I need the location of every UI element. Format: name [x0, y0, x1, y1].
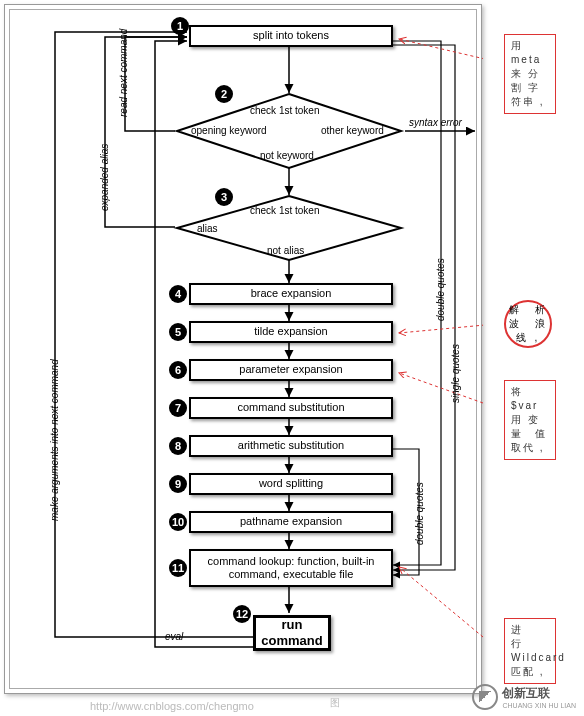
- decision-2-other: other keyword: [321, 125, 384, 136]
- watermark-url: http://www.cnblogs.com/chengmo: [90, 700, 254, 712]
- step-badge-1: 1: [171, 17, 189, 35]
- logo-icon: [472, 684, 498, 710]
- step-badge-2: 2: [215, 85, 233, 103]
- logo-subtext: CHUANG XIN HU LIAN: [502, 702, 576, 709]
- step-12-box: run command: [253, 615, 331, 651]
- decision-2-opening: opening keyword: [191, 125, 267, 136]
- step-10-box: pathname expansion: [189, 511, 393, 533]
- step-badge-7: 7: [169, 399, 187, 417]
- decision-3-label: check 1st token: [250, 205, 319, 216]
- step-7-box: command substitution: [189, 397, 393, 419]
- step-1-box: split into tokens: [189, 25, 393, 47]
- step-6-box: parameter expansion: [189, 359, 393, 381]
- eval-label: eval: [165, 631, 183, 642]
- step-5-box: tilde expansion: [189, 321, 393, 343]
- annotation-2: 解 析 波 浪 线 ,: [504, 300, 552, 348]
- svg-line-15: [399, 567, 483, 637]
- decision-2-label: check 1st token: [250, 105, 319, 116]
- step-11-box: command lookup: function, built-in comma…: [189, 549, 393, 587]
- logo: 创新互联 CHUANG XIN HU LIAN: [472, 684, 576, 710]
- expanded-alias-label: expanded alias: [99, 144, 110, 211]
- annotation-4: 进 行 Wildcard 匹配 ,: [504, 618, 556, 684]
- step-badge-8: 8: [169, 437, 187, 455]
- diagram-frame-outer: split into tokens 1 check 1st token open…: [4, 4, 482, 694]
- step-badge-3: 3: [215, 188, 233, 206]
- step-9-box: word splitting: [189, 473, 393, 495]
- step-4-box: brace expansion: [189, 283, 393, 305]
- annotation-3: 将$var用 变 量 值 取代 ,: [504, 380, 556, 460]
- make-args-label: make arguments into next command: [49, 359, 60, 521]
- step-badge-9: 9: [169, 475, 187, 493]
- step-1-label: split into tokens: [253, 29, 329, 42]
- double-quotes-label-1: double quotes: [435, 258, 446, 321]
- syntax-error-label: syntax error: [409, 117, 462, 128]
- decision-3-notalias: not alias: [267, 245, 304, 256]
- read-next-label: read next command: [118, 29, 129, 117]
- step-badge-10: 10: [169, 513, 187, 531]
- step-badge-6: 6: [169, 361, 187, 379]
- step-badge-11: 11: [169, 559, 187, 577]
- watermark-word: 图: [330, 696, 340, 710]
- step-8-box: arithmetic substitution: [189, 435, 393, 457]
- double-quotes-label-2: double quotes: [414, 482, 425, 545]
- annotation-1: 用 meta 来 分 割 字符串 ,: [504, 34, 556, 114]
- step-badge-4: 4: [169, 285, 187, 303]
- decision-2-not: not keyword: [260, 150, 314, 161]
- single-quotes-label: single quotes: [450, 344, 461, 403]
- logo-text: 创新互联: [502, 686, 550, 700]
- step-badge-12: 12: [233, 605, 251, 623]
- decision-3-alias: alias: [197, 223, 218, 234]
- step-badge-5: 5: [169, 323, 187, 341]
